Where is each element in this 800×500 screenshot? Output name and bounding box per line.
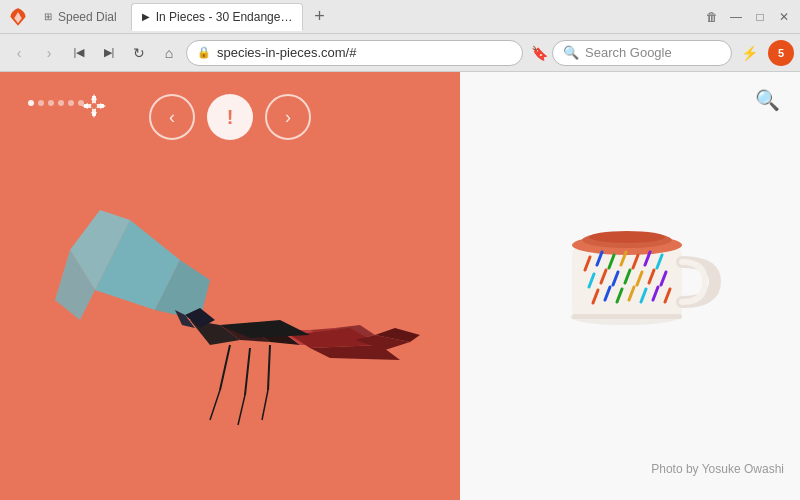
photo-credit: Photo by Yosuke Owashi (651, 462, 784, 476)
next-circle-button[interactable]: › (265, 94, 311, 140)
nav-circles: ‹ ! › (149, 94, 311, 140)
tab-species[interactable]: ▶ In Pieces - 30 Endange… (131, 3, 304, 31)
search-icon-nav: 🔍 (563, 45, 579, 60)
maximize-button[interactable]: □ (752, 9, 768, 25)
reload-button[interactable]: ↻ (126, 40, 152, 66)
speed-dial-nav-button[interactable]: ⚡ (736, 40, 762, 66)
title-bar: ⊞ Speed Dial ▶ In Pieces - 30 Endange… +… (0, 0, 800, 34)
speed-dial-label: Speed Dial (58, 10, 117, 24)
search-icon-button[interactable]: 🔍 (755, 88, 780, 112)
new-tab-icon: + (314, 6, 325, 27)
svg-line-27 (262, 390, 268, 420)
mug-illustration (530, 152, 730, 352)
loading-dots (28, 100, 84, 106)
nav-extras: ⚡ 5 (736, 40, 794, 66)
tabs-area: ⊞ Speed Dial ▶ In Pieces - 30 Endange… + (34, 3, 698, 31)
species-tab-label: In Pieces - 30 Endange… (156, 10, 293, 24)
right-panel: 🔍 (460, 72, 800, 500)
nav-bar: ‹ › |◀ ▶| ↻ ⌂ 🔒 species-in-pieces.com/# … (0, 34, 800, 72)
new-tab-button[interactable]: + (307, 5, 331, 29)
tab-speed-dial[interactable]: ⊞ Speed Dial (34, 3, 127, 31)
lock-icon: 🔒 (197, 46, 211, 59)
dragonfly-svg (0, 180, 460, 500)
dot-5 (68, 100, 74, 106)
close-button[interactable]: ✕ (776, 9, 792, 25)
trash-button[interactable]: 🗑 (704, 9, 720, 25)
svg-line-23 (210, 390, 220, 420)
address-text: species-in-pieces.com/# (217, 45, 512, 60)
svg-rect-56 (572, 314, 682, 319)
svg-point-6 (91, 103, 97, 109)
address-bar[interactable]: 🔒 species-in-pieces.com/# (186, 40, 523, 66)
svg-point-34 (589, 231, 665, 243)
skip-forward-button[interactable]: ▶| (96, 40, 122, 66)
dot-3 (48, 100, 54, 106)
svg-line-25 (238, 395, 245, 425)
svg-line-22 (220, 345, 230, 390)
forward-button[interactable]: › (36, 40, 62, 66)
species-panel: ‹ ! › (0, 72, 460, 500)
dot-1 (28, 100, 34, 106)
search-placeholder: Search Google (585, 45, 672, 60)
dragonfly-area (0, 180, 460, 500)
minimize-button[interactable]: — (728, 9, 744, 25)
main-content: ‹ ! › (0, 72, 800, 500)
prev-circle-button[interactable]: ‹ (149, 94, 195, 140)
extension-badge-count: 5 (778, 47, 784, 59)
svg-line-24 (245, 348, 250, 395)
bookmark-button[interactable]: 🔖 (531, 45, 548, 61)
skip-back-button[interactable]: |◀ (66, 40, 92, 66)
extension-badge-button[interactable]: 5 (768, 40, 794, 66)
back-button[interactable]: ‹ (6, 40, 32, 66)
dot-4 (58, 100, 64, 106)
speed-dial-icon: ⊞ (44, 11, 52, 22)
svg-line-26 (268, 345, 270, 390)
home-button[interactable]: ⌂ (156, 40, 182, 66)
search-bar[interactable]: 🔍 Search Google (552, 40, 732, 66)
warning-circle-button[interactable]: ! (207, 94, 253, 140)
window-controls: 🗑 — □ ✕ (704, 9, 792, 25)
mug-container (530, 152, 730, 352)
play-icon: ▶ (142, 11, 150, 22)
move-icon (80, 92, 108, 125)
dot-2 (38, 100, 44, 106)
vivaldi-icon (8, 7, 28, 27)
